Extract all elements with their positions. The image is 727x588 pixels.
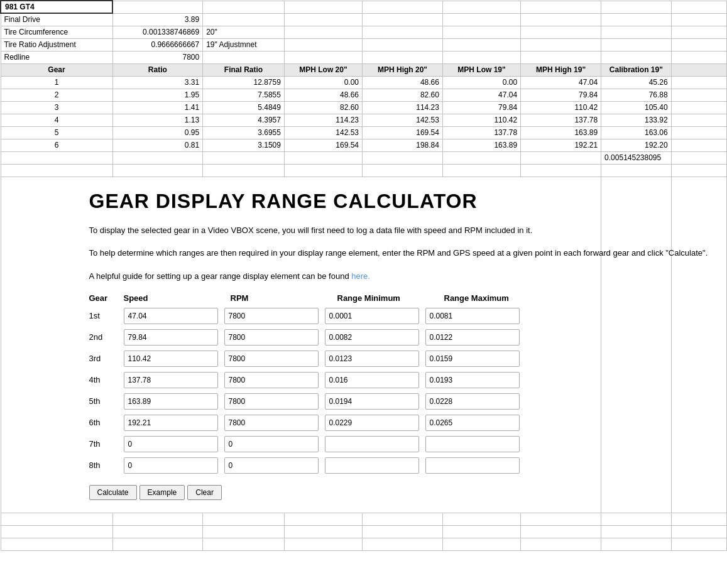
gear-6-mph-high-19: 192.21 bbox=[521, 139, 601, 151]
col-header-gear: Gear bbox=[1, 63, 112, 76]
gear-3-mph-high-19: 110.42 bbox=[521, 101, 601, 114]
range-min-input-4th[interactable] bbox=[325, 372, 419, 388]
range-max-input-8th[interactable] bbox=[425, 457, 520, 474]
col-header-mph-low-19: MPH Low 19" bbox=[442, 63, 520, 76]
clear-button[interactable]: Clear bbox=[187, 485, 222, 500]
speed-input-1st[interactable] bbox=[124, 308, 218, 324]
gear-6-num: 6 bbox=[1, 139, 112, 151]
tire-ratio-row: Tire Ratio Adjustment 0.9666666667 19" A… bbox=[1, 38, 727, 51]
range-max-input-1st[interactable] bbox=[425, 308, 520, 324]
gear-5-cal-19: 163.06 bbox=[601, 126, 672, 139]
gear-label-8th: 8th bbox=[89, 460, 124, 470]
calc-row-3rd: 3rd bbox=[89, 351, 601, 367]
gear-6-cal-19: 192.20 bbox=[601, 139, 672, 151]
range-min-input-7th[interactable] bbox=[325, 436, 419, 452]
gear-5-mph-low-19: 137.78 bbox=[442, 126, 520, 139]
gear-1-mph-high-19: 47.04 bbox=[521, 76, 601, 89]
gear-label-4th: 4th bbox=[89, 375, 124, 384]
range-min-input-1st[interactable] bbox=[325, 308, 419, 324]
example-button[interactable]: Example bbox=[139, 485, 185, 500]
calc-row-1st: 1st bbox=[89, 308, 601, 324]
gear-6-mph-low-19: 163.89 bbox=[442, 139, 520, 151]
gear-2-mph-high-20: 82.60 bbox=[363, 89, 443, 101]
col-header-final-ratio: Final Ratio bbox=[203, 63, 285, 76]
rpm-input-1st[interactable] bbox=[224, 308, 319, 324]
car-title: 981 GT4 bbox=[1, 1, 112, 13]
gear-label-2nd: 2nd bbox=[89, 332, 124, 342]
col-header-mph-high-20: MPH High 20" bbox=[363, 63, 443, 76]
gear-6-ratio: 0.81 bbox=[112, 139, 203, 151]
calculator-desc2: To help determine which ranges are then … bbox=[89, 247, 529, 260]
tire-ratio-unit: 19" Adjustmnet bbox=[203, 38, 285, 51]
spacer-row-2 bbox=[1, 513, 727, 525]
rpm-input-7th[interactable] bbox=[224, 436, 319, 452]
tire-circumference-unit: 20" bbox=[203, 26, 285, 38]
gear-4-cal-19: 133.92 bbox=[601, 114, 672, 126]
rpm-input-3rd[interactable] bbox=[224, 351, 319, 367]
calc-row-4th: 4th bbox=[89, 372, 601, 388]
calculator-panel: GEAR DISPLAY RANGE CALCULATOR To display… bbox=[1, 177, 601, 513]
range-min-input-6th[interactable] bbox=[325, 415, 419, 431]
redline-label: Redline bbox=[1, 51, 112, 63]
range-max-input-3rd[interactable] bbox=[425, 351, 520, 367]
redline-row: Redline 7800 bbox=[1, 51, 727, 63]
gear-3-mph-low-19: 79.84 bbox=[442, 101, 520, 114]
rpm-input-2nd[interactable] bbox=[224, 329, 319, 346]
gear-label-3rd: 3rd bbox=[89, 354, 124, 363]
gear-1-ratio: 3.31 bbox=[112, 76, 203, 89]
gear-2-num: 2 bbox=[1, 89, 112, 101]
gear-row-4: 4 1.13 4.3957 114.23 142.53 110.42 137.7… bbox=[1, 114, 727, 126]
gear-row-5: 5 0.95 3.6955 142.53 169.54 137.78 163.8… bbox=[1, 126, 727, 139]
range-max-input-2nd[interactable] bbox=[425, 329, 520, 346]
gear-6-mph-high-20: 198.84 bbox=[363, 139, 443, 151]
tire-circumference-value: 0.001338746869 bbox=[112, 26, 203, 38]
calibration-row: 0.005145238095 bbox=[1, 151, 727, 164]
final-drive-value: 3.89 bbox=[112, 13, 203, 26]
gear-label-7th: 7th bbox=[89, 439, 124, 449]
col-header-speed-label: Speed bbox=[124, 293, 224, 303]
gear-label-1st: 1st bbox=[89, 311, 124, 320]
col-header-range-max-label: Range Maximum bbox=[444, 293, 545, 303]
range-max-input-5th[interactable] bbox=[425, 393, 520, 410]
rpm-input-8th[interactable] bbox=[224, 457, 319, 474]
here-link[interactable]: here. bbox=[351, 271, 370, 281]
calculate-button[interactable]: Calculate bbox=[89, 485, 137, 500]
tire-circumference-row: Tire Circumference 0.001338746869 20" bbox=[1, 26, 727, 38]
tire-ratio-label: Tire Ratio Adjustment bbox=[1, 38, 112, 51]
speed-input-4th[interactable] bbox=[124, 372, 218, 388]
range-min-input-3rd[interactable] bbox=[325, 351, 419, 367]
speed-input-7th[interactable] bbox=[124, 436, 218, 452]
speed-input-2nd[interactable] bbox=[124, 329, 218, 346]
gear-4-ratio: 1.13 bbox=[112, 114, 203, 126]
speed-input-3rd[interactable] bbox=[124, 351, 218, 367]
range-max-input-7th[interactable] bbox=[425, 436, 520, 452]
col-header-cal-19: Calibration 19" bbox=[601, 63, 672, 76]
calc-row-5th: 5th bbox=[89, 393, 601, 410]
final-drive-label: Final Drive bbox=[1, 13, 112, 26]
speed-input-5th[interactable] bbox=[124, 393, 218, 410]
gear-1-num: 1 bbox=[1, 76, 112, 89]
gear-2-mph-low-20: 48.66 bbox=[284, 89, 362, 101]
range-min-input-2nd[interactable] bbox=[325, 329, 419, 346]
gear-row-1: 1 3.31 12.8759 0.00 48.66 0.00 47.04 45.… bbox=[1, 76, 727, 89]
range-max-input-4th[interactable] bbox=[425, 372, 520, 388]
gear-4-mph-high-19: 137.78 bbox=[521, 114, 601, 126]
rpm-input-5th[interactable] bbox=[224, 393, 319, 410]
gear-row-2: 2 1.95 7.5855 48.66 82.60 47.04 79.84 76… bbox=[1, 89, 727, 101]
speed-input-6th[interactable] bbox=[124, 415, 218, 431]
gear-6-final: 3.1509 bbox=[203, 139, 285, 151]
speed-input-8th[interactable] bbox=[124, 457, 218, 474]
gear-2-cal-19: 76.88 bbox=[601, 89, 672, 101]
rpm-input-4th[interactable] bbox=[224, 372, 319, 388]
rpm-input-6th[interactable] bbox=[224, 415, 319, 431]
calc-column-headers: Gear Speed RPM Range Minimum Range Maxim… bbox=[89, 293, 601, 303]
calculator-panel-row: GEAR DISPLAY RANGE CALCULATOR To display… bbox=[1, 177, 727, 513]
calc-row-6th: 6th bbox=[89, 415, 601, 431]
gear-5-mph-high-20: 169.54 bbox=[363, 126, 443, 139]
range-min-input-8th[interactable] bbox=[325, 457, 419, 474]
gear-4-final: 4.3957 bbox=[203, 114, 285, 126]
gear-3-final: 5.4849 bbox=[203, 101, 285, 114]
range-min-input-5th[interactable] bbox=[325, 393, 419, 410]
calculator-desc1: To display the selected gear in a Video … bbox=[89, 224, 529, 237]
range-max-input-6th[interactable] bbox=[425, 415, 520, 431]
